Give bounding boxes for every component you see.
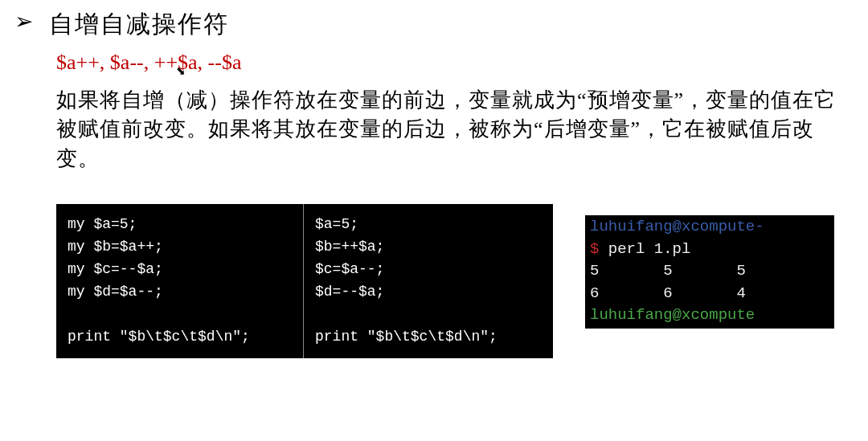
terminal-hostname-2: luhuifang@xcompute <box>590 306 755 324</box>
bullet-arrow-icon: ➢ <box>14 8 33 35</box>
description-paragraph: 如果将自增（减）操作符放在变量的前边，变量就成为“预增变量”，变量的值在它被赋值… <box>56 86 844 174</box>
code-panel-left: my $a=5; my $b=$a++; my $c=--$a; my $d=$… <box>56 204 304 357</box>
terminal-prompt-symbol: $ <box>590 240 599 258</box>
terminal-output-row-1: 5 5 5 <box>590 262 746 280</box>
header-row: ➢ 自增自减操作符 <box>0 8 868 41</box>
page-title: 自增自减操作符 <box>49 8 229 41</box>
terminal-hostname: luhuifang@xcompute- <box>590 218 764 235</box>
code-panels-row: my $a=5; my $b=$a++; my $c=--$a; my $d=$… <box>56 204 868 357</box>
terminal-output-row-2: 6 6 4 <box>590 284 746 302</box>
terminal-command: perl 1.pl <box>599 240 690 258</box>
operators-example: $a++, $a--, ++$a, --$a <box>56 51 868 75</box>
code-panel-middle: $a=5; $b=++$a; $c=$a--; $d=--$a; print "… <box>304 204 553 357</box>
terminal-output-panel: luhuifang@xcompute- $ perl 1.pl 5 5 5 6 … <box>585 215 834 329</box>
